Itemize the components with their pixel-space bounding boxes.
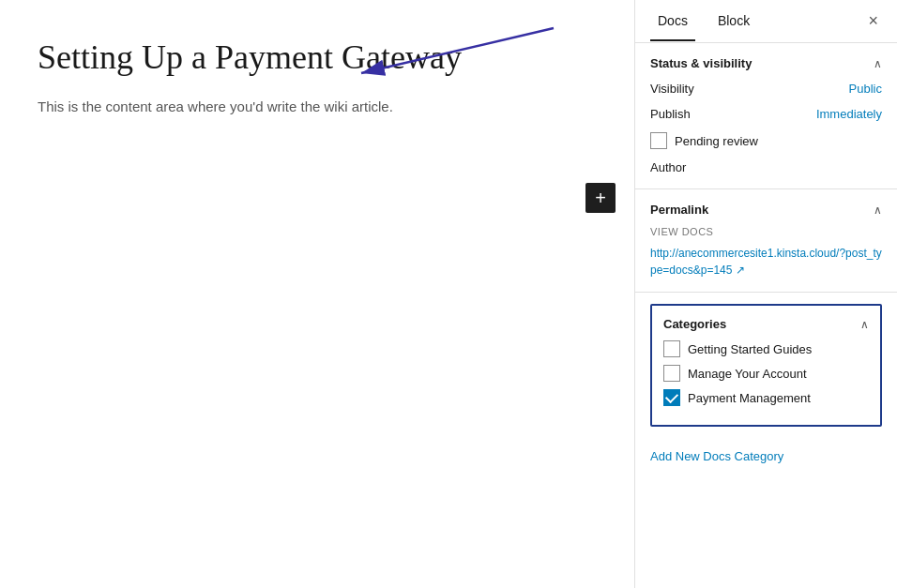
add-category-link[interactable]: Add New Docs Category — [635, 442, 897, 471]
visibility-label: Visibility — [650, 82, 694, 96]
category-item-payment-management: Payment Management — [663, 389, 869, 406]
categories-section: Categories ∧ Getting Started Guides Mana… — [650, 304, 882, 427]
publish-label: Publish — [650, 107, 691, 121]
publish-value[interactable]: Immediately — [816, 107, 882, 121]
close-button[interactable]: × — [864, 8, 882, 35]
categories-wrapper: Categories ∧ Getting Started Guides Mana… — [635, 293, 897, 438]
publish-row: Publish Immediately — [650, 107, 882, 121]
category-payment-management-label: Payment Management — [688, 391, 811, 405]
status-section-header[interactable]: Status & visibility ∧ — [650, 56, 882, 70]
sidebar: Docs Block × Status & visibility ∧ Visib… — [634, 0, 897, 588]
category-manage-account-label: Manage Your Account — [688, 367, 807, 381]
permalink-title: Permalink — [650, 203, 708, 217]
category-getting-started-label: Getting Started Guides — [688, 342, 812, 356]
status-chevron-icon: ∧ — [874, 57, 882, 70]
category-getting-started-checkbox[interactable] — [663, 340, 680, 357]
permalink-section: Permalink ∧ VIEW DOCS http://anecommerce… — [635, 189, 897, 293]
external-link-icon: ↗ — [736, 264, 745, 277]
pending-review-label: Pending review — [675, 134, 758, 148]
view-docs-label: VIEW DOCS — [650, 226, 882, 237]
status-visibility-section: Status & visibility ∧ Visibility Public … — [635, 43, 897, 189]
author-row: Author — [650, 158, 882, 175]
category-item-getting-started: Getting Started Guides — [663, 340, 869, 357]
permalink-section-header[interactable]: Permalink ∧ — [650, 203, 882, 217]
permalink-url[interactable]: http://anecommercesite1.kinsta.cloud/?po… — [650, 245, 882, 279]
category-payment-management-checkbox[interactable] — [663, 389, 680, 406]
tab-docs[interactable]: Docs — [650, 2, 695, 41]
permalink-link[interactable]: http://anecommercesite1.kinsta.cloud/?po… — [650, 247, 882, 277]
add-block-button[interactable]: + — [585, 183, 616, 213]
categories-header[interactable]: Categories ∧ — [663, 317, 869, 331]
visibility-value[interactable]: Public — [849, 82, 882, 96]
category-manage-account-checkbox[interactable] — [663, 365, 680, 382]
status-section-title: Status & visibility — [650, 56, 752, 70]
page-body: This is the content area where you'd wri… — [38, 96, 597, 118]
category-item-manage-account: Manage Your Account — [663, 365, 869, 382]
pending-review-row: Pending review — [650, 132, 882, 149]
categories-title: Categories — [663, 317, 726, 331]
pending-review-checkbox[interactable] — [650, 132, 667, 149]
author-label: Author — [650, 160, 686, 174]
sidebar-tabs: Docs Block × — [635, 0, 897, 43]
categories-chevron-icon: ∧ — [860, 318, 869, 331]
tab-block[interactable]: Block — [710, 2, 757, 41]
visibility-row: Visibility Public — [650, 82, 882, 96]
page-title: Setting Up a Payment Gateway — [38, 38, 597, 77]
main-content: Setting Up a Payment Gateway This is the… — [0, 0, 634, 588]
permalink-chevron-icon: ∧ — [874, 204, 882, 217]
